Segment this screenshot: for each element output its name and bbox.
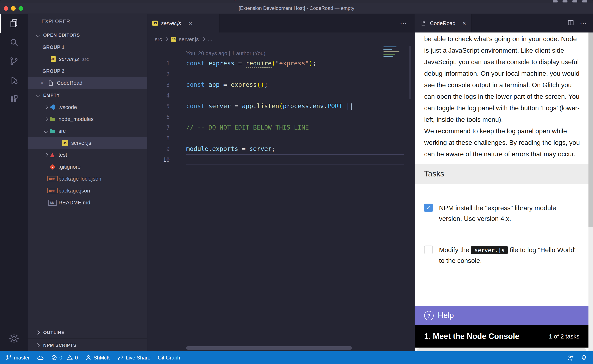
search-icon	[9, 37, 19, 47]
code-line[interactable]: 9module.exports = server;	[147, 143, 415, 154]
close-icon[interactable]: ✕	[39, 80, 45, 85]
tree-item-node-modules[interactable]: node_modules	[28, 113, 147, 125]
menu-item-file[interactable]: File	[46, 0, 55, 1]
notifications-button[interactable]	[581, 355, 587, 361]
line-number: 7	[147, 124, 176, 131]
split-editor-icon[interactable]	[567, 19, 574, 27]
git-branch-status[interactable]: master	[6, 355, 30, 361]
tree-item-gitignore[interactable]: .gitignore	[28, 161, 147, 173]
menu-item-window[interactable]: Window	[198, 0, 217, 1]
code-line[interactable]: 5const server = app.listen(process.env.P…	[147, 101, 415, 111]
open-editors-header[interactable]: OPEN EDITORS	[28, 29, 147, 41]
chevron-down-icon	[34, 94, 41, 97]
workspace-header[interactable]: EMPTY	[28, 89, 147, 101]
line-number: 10	[147, 156, 176, 163]
extensions-icon	[9, 94, 19, 104]
macos-menu-bar[interactable]: Code File Edit Selection View Go Run Ter…	[0, 0, 593, 3]
code-line[interactable]: 4	[147, 90, 415, 101]
zoom-window-button[interactable]	[19, 6, 23, 11]
close-window-button[interactable]	[4, 6, 8, 11]
code-line[interactable]: 8	[147, 133, 415, 143]
tree-item-server-js[interactable]: JS server.js	[28, 137, 147, 149]
line-number: 1	[147, 60, 176, 67]
menu-item-view[interactable]: View	[113, 0, 125, 1]
task-item-npm-install[interactable]: ✓ NPM install the "express" library modu…	[415, 203, 588, 224]
open-editor-coderoad[interactable]: ✕ CodeRoad	[28, 77, 147, 89]
tree-item-label: src	[59, 128, 66, 134]
code-line[interactable]: 6	[147, 111, 415, 122]
extensions-activity-button[interactable]	[0, 90, 28, 109]
chevron-right-icon	[42, 118, 49, 121]
tree-item-package-json[interactable]: npm package.json	[28, 185, 147, 197]
tree-item-test[interactable]: test	[28, 149, 147, 161]
menu-item-code[interactable]: Code	[24, 0, 37, 1]
live-share-user[interactable]: ShMcK	[85, 355, 110, 361]
open-editor-server-js[interactable]: JS server.js src	[28, 53, 147, 65]
npm-scripts-header[interactable]: NPM SCRIPTS	[28, 338, 147, 351]
menu-item-run[interactable]: Run	[150, 0, 160, 1]
code-text: const express = require("express");	[186, 60, 404, 67]
git-graph-button[interactable]: Git Graph	[158, 355, 180, 360]
task-checkbox-unchecked[interactable]	[424, 246, 433, 254]
search-activity-button[interactable]	[0, 33, 28, 52]
code-line[interactable]: 7// -- DO NOT EDIT BELOW THIS LINE	[147, 122, 415, 133]
help-label: Help	[438, 311, 454, 320]
tree-item-vscode[interactable]: .vscode	[28, 101, 147, 113]
menu-item-selection[interactable]: Selection	[82, 0, 104, 1]
question-icon: ?	[424, 311, 434, 320]
live-share-button[interactable]: Live Share	[118, 355, 151, 361]
editor-tab-bar: JS server.js ✕ ⋯	[147, 14, 415, 32]
editor-vertical-scrollbar[interactable]	[409, 46, 411, 99]
tree-item-label: server.js	[71, 140, 91, 146]
run-debug-activity-button[interactable]	[0, 71, 28, 90]
menubar-status-icons	[553, 0, 587, 2]
problems-status[interactable]: 0 0	[51, 355, 78, 361]
panel-scrollbar[interactable]	[588, 32, 593, 351]
code-line[interactable]: 10	[147, 154, 415, 165]
task-item-modify-server[interactable]: Modify the server.js file to log "Hello …	[415, 245, 588, 266]
line-number: 5	[147, 103, 176, 109]
breadcrumb-folder[interactable]: src	[155, 36, 162, 42]
tree-item-label: .vscode	[59, 104, 77, 110]
more-actions-icon[interactable]: ⋯	[400, 19, 407, 27]
outline-header[interactable]: OUTLINE	[28, 326, 147, 338]
tab-label: server.js	[161, 20, 181, 26]
more-actions-icon[interactable]: ⋯	[580, 19, 587, 27]
source-control-activity-button[interactable]	[0, 52, 28, 71]
close-tab-icon[interactable]: ✕	[462, 20, 466, 26]
settings-button[interactable]	[0, 329, 28, 348]
minimize-window-button[interactable]	[11, 6, 16, 11]
code-line[interactable]: 3const app = express();	[147, 79, 415, 90]
npm-icon: npm	[49, 176, 56, 181]
code-editor[interactable]: You, 20 days ago | 1 author (You) 1const…	[147, 46, 415, 351]
menu-item-edit[interactable]: Edit	[64, 0, 73, 1]
node-modules-folder-icon	[49, 116, 56, 122]
breadcrumb-file[interactable]: JS server.js	[171, 36, 199, 42]
invite-participant-button[interactable]	[567, 354, 574, 361]
lesson-footer[interactable]: 1. Meet the Node Console 1 of 2 tasks	[415, 325, 588, 348]
panel-scrollbar-thumb[interactable]	[588, 32, 593, 227]
tree-item-src[interactable]: src	[28, 125, 147, 137]
help-button[interactable]: ? Help	[415, 306, 588, 325]
tasks-section-header: Tasks	[415, 164, 588, 184]
explorer-activity-button[interactable]	[0, 14, 28, 33]
editor-horizontal-scrollbar[interactable]	[186, 346, 352, 350]
menubar-icon	[573, 0, 577, 2]
minimap[interactable]	[383, 46, 402, 59]
tree-item-package-lock-json[interactable]: npm package-lock.json	[28, 173, 147, 185]
menu-item-terminal[interactable]: Terminal	[169, 0, 189, 1]
code-line[interactable]: 2	[147, 69, 415, 79]
tab-coderoad[interactable]: CodeRoad ✕	[415, 14, 472, 32]
code-line[interactable]: 1const express = require("express");	[147, 58, 415, 69]
task-label: NPM install the "express" library module…	[439, 203, 579, 224]
explorer-sidebar: EXPLORER OPEN EDITORS GROUP 1 JS server.…	[28, 14, 147, 351]
git-graph-label: Git Graph	[158, 355, 180, 360]
tab-server-js[interactable]: JS server.js ✕	[147, 14, 220, 32]
task-checkbox-checked[interactable]: ✓	[424, 204, 433, 212]
tree-item-readme-md[interactable]: M↓ README.md	[28, 197, 147, 208]
close-tab-icon[interactable]: ✕	[188, 20, 193, 26]
menu-item-go[interactable]: Go	[134, 0, 141, 1]
sync-status[interactable]	[37, 354, 44, 361]
menu-item-help[interactable]: Help	[227, 0, 238, 1]
breadcrumb-symbol[interactable]: ...	[208, 36, 213, 42]
